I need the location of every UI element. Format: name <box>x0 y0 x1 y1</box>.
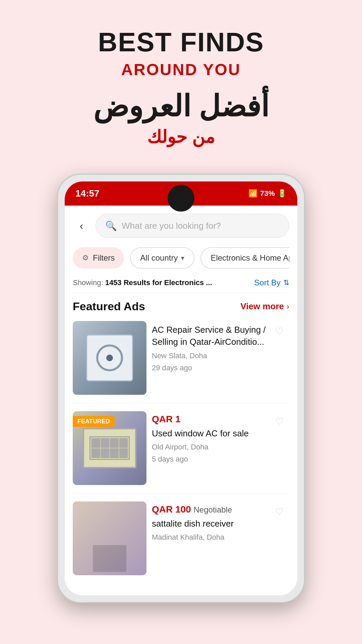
status-icons: 📶 73% 🔋 <box>248 189 287 198</box>
listing-location: New Slata, Doha <box>152 352 284 360</box>
battery-text: 73% <box>260 189 275 198</box>
listing-location: Old Airport, Doha <box>152 443 284 451</box>
results-row: Showing: 1453 Results for Electronics ..… <box>73 278 289 293</box>
heart-icon: ♡ <box>275 416 284 427</box>
listing-title: AC Repair Service & Buying / Selling in … <box>152 324 284 348</box>
filters-label: Filters <box>93 253 115 263</box>
hero-section: BEST FINDS AROUND YOU أفضل العروض من حول… <box>0 0 362 160</box>
ac-fan <box>96 344 123 371</box>
phone-wrapper: 14:57 📶 73% 🔋 ‹ 🔍 What are you <box>57 174 305 603</box>
featured-ads-header: Featured Ads View more › <box>73 300 289 313</box>
battery-icon: 🔋 <box>278 189 287 198</box>
hero-title-ar: أفضل العروض <box>13 89 349 123</box>
listing-title: sattalite dish receiver <box>152 518 284 530</box>
listing-image <box>73 321 146 395</box>
listing-image <box>73 501 146 575</box>
phone-frame: 14:57 📶 73% 🔋 ‹ 🔍 What are you <box>57 174 305 603</box>
hero-subtitle-ar: من حولك <box>13 127 349 147</box>
showing-text: Showing: 1453 Results for Electronics ..… <box>73 278 212 287</box>
wifi-icon: 📶 <box>248 189 257 198</box>
satellite-image <box>73 501 146 575</box>
listing-info: AC Repair Service & Buying / Selling in … <box>146 321 289 395</box>
status-time: 14:57 <box>75 188 100 199</box>
listing-title: Used window AC for sale <box>152 427 284 439</box>
status-bar: 14:57 📶 73% 🔋 <box>65 181 297 206</box>
negotiable-label: Negotiable <box>194 505 232 514</box>
results-count: 1453 Results for Electronics ... <box>105 278 212 287</box>
search-row: ‹ 🔍 What are you looking for? <box>73 214 289 238</box>
country-label: All country <box>140 253 178 263</box>
heart-icon: ♡ <box>275 326 284 337</box>
listing-time: 29 days ago <box>152 364 284 372</box>
listing-image: FEATURED <box>73 411 146 485</box>
category-label: Electronics & Home Applia... <box>210 253 289 262</box>
back-button[interactable]: ‹ <box>73 217 90 234</box>
app-content: ‹ 🔍 What are you looking for? ⚙ Filters … <box>65 206 297 595</box>
favorite-button[interactable]: ♡ <box>271 503 287 520</box>
listing-price: QAR 100 Negotiable <box>152 504 284 515</box>
view-more-button[interactable]: View more › <box>240 301 289 312</box>
search-icon: 🔍 <box>105 220 117 231</box>
ac-unit-inner <box>86 334 133 381</box>
view-more-label: View more <box>240 301 284 312</box>
section-title: Featured Ads <box>73 300 145 313</box>
filter-row: ⚙ Filters All country ▾ Electronics & Ho… <box>73 247 289 269</box>
heart-icon: ♡ <box>275 506 284 517</box>
chevron-down-icon: ▾ <box>181 254 184 262</box>
country-dropdown[interactable]: All country ▾ <box>130 247 194 269</box>
hero-subtitle-en: AROUND YOU <box>13 60 349 79</box>
sort-label: Sort By <box>254 278 281 287</box>
favorite-button[interactable]: ♡ <box>271 323 287 339</box>
listing-price: QAR 1 <box>152 414 284 425</box>
listing-card[interactable]: AC Repair Service & Buying / Selling in … <box>73 321 289 403</box>
search-input-container[interactable]: 🔍 What are you looking for? <box>96 214 289 238</box>
favorite-button[interactable]: ♡ <box>271 413 287 429</box>
chevron-right-icon: › <box>287 302 289 311</box>
search-input[interactable]: What are you looking for? <box>122 221 221 231</box>
filter-icon: ⚙ <box>82 254 89 262</box>
sort-icon: ⇅ <box>283 278 289 287</box>
listing-location: Madinat Khalifa, Doha <box>152 533 284 542</box>
featured-badge: FEATURED <box>73 416 115 427</box>
phone-screen: 14:57 📶 73% 🔋 ‹ 🔍 What are you <box>65 181 297 595</box>
filters-button[interactable]: ⚙ Filters <box>73 247 124 269</box>
listing-card[interactable]: FEATURED QAR 1 Used window AC for sale O… <box>73 411 289 493</box>
listing-info: QAR 100 Negotiable sattalite dish receiv… <box>146 501 289 575</box>
category-dropdown[interactable]: Electronics & Home Applia... <box>200 247 289 269</box>
listing-card[interactable]: QAR 100 Negotiable sattalite dish receiv… <box>73 501 289 579</box>
ac-unit-image <box>73 321 146 395</box>
listing-time: 5 days ago <box>152 455 284 464</box>
results-info: Showing: 1453 Results for Electronics ..… <box>73 278 212 287</box>
hero-title-en: BEST FINDS <box>13 27 349 58</box>
camera-notch <box>168 185 194 212</box>
sort-button[interactable]: Sort By ⇅ <box>254 278 289 287</box>
back-arrow-icon: ‹ <box>80 220 83 232</box>
listing-info: QAR 1 Used window AC for sale Old Airpor… <box>146 411 289 485</box>
